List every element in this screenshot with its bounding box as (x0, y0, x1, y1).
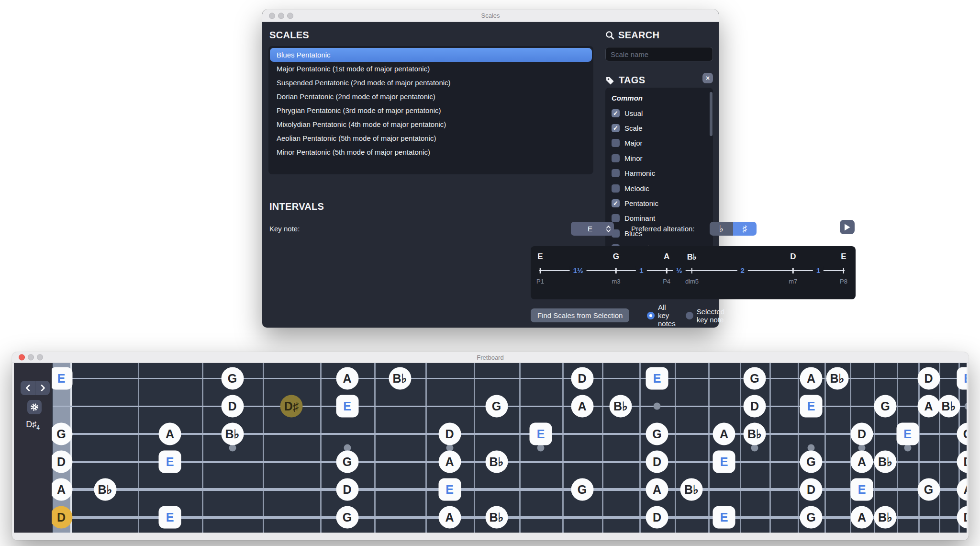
tag-checkbox[interactable] (612, 214, 620, 222)
scale-list-item[interactable]: Phrygian Pentatonic (3rd mode of major p… (270, 103, 592, 117)
zoom-button[interactable] (287, 12, 293, 19)
note-marker[interactable]: G (571, 478, 593, 501)
note-marker[interactable]: G (646, 423, 668, 445)
note-marker[interactable]: B♭ (874, 506, 897, 529)
note-marker[interactable]: A (713, 423, 735, 445)
scale-list-item[interactable]: Mixolydian Pentatonic (4th mode of major… (270, 117, 592, 131)
note-marker[interactable]: D (571, 367, 593, 390)
scale-list-item[interactable]: Aeolian Pentatonic (5th mode of major pe… (270, 131, 592, 145)
note-marker[interactable]: A (336, 367, 358, 390)
note-marker[interactable]: D (438, 423, 461, 445)
note-marker[interactable]: A (646, 478, 668, 501)
note-marker[interactable]: E (159, 451, 181, 473)
note-marker[interactable]: E (646, 367, 668, 390)
tag-checkbox[interactable] (612, 154, 620, 162)
previous-button[interactable] (21, 381, 35, 395)
note-marker[interactable]: A (800, 367, 823, 390)
note-marker[interactable]: G (800, 451, 823, 473)
note-marker[interactable]: B♭ (680, 478, 703, 501)
scale-list-item[interactable]: Blues Pentatonic (270, 48, 592, 62)
close-button[interactable] (19, 354, 25, 361)
note-marker[interactable]: D (851, 423, 873, 445)
note-marker[interactable]: D (646, 506, 668, 529)
scale-list-item[interactable]: Major Pentatonic (1st mode of major pent… (270, 62, 592, 76)
tag-checkbox[interactable]: ✓ (612, 124, 620, 132)
search-input[interactable] (605, 47, 713, 61)
note-marker[interactable]: G (336, 506, 358, 529)
note-marker[interactable]: B♭ (94, 478, 116, 501)
note-marker[interactable]: D (800, 478, 823, 501)
note-marker[interactable]: E (800, 395, 823, 418)
tag-checkbox-row[interactable]: Melodic (612, 181, 713, 195)
note-marker[interactable]: G (800, 506, 823, 529)
note-marker[interactable]: B♭ (485, 506, 508, 529)
find-scales-button[interactable]: Find Scales from Selection (531, 308, 629, 322)
note-marker[interactable]: A (851, 506, 873, 529)
note-marker[interactable]: E (896, 423, 919, 445)
tag-checkbox[interactable] (612, 169, 620, 177)
fretboard-titlebar[interactable]: Fretboard (12, 352, 969, 363)
note-marker[interactable]: G (744, 367, 766, 390)
tag-checkbox[interactable] (612, 184, 620, 193)
note-marker[interactable]: A (438, 506, 461, 529)
alteration-sharp-button[interactable]: ♯ (733, 222, 757, 236)
tag-checkbox[interactable] (612, 139, 620, 147)
note-marker[interactable]: D (917, 367, 940, 390)
note-marker[interactable]: G (336, 451, 358, 473)
note-marker[interactable]: E (957, 367, 967, 390)
note-marker[interactable]: B♭ (826, 367, 848, 390)
zoom-button[interactable] (37, 354, 43, 361)
note-marker[interactable]: B♭ (874, 451, 897, 473)
note-marker[interactable]: A (438, 451, 461, 473)
tag-checkbox-row[interactable]: ✓Pentatonic (612, 196, 713, 211)
note-marker[interactable]: B♭ (485, 451, 508, 473)
note-marker[interactable]: G (485, 395, 508, 418)
minimize-button[interactable] (278, 12, 284, 19)
key-note-dropdown[interactable]: E (571, 222, 614, 236)
scales-titlebar[interactable]: Scales (262, 10, 719, 22)
note-marker[interactable]: D (336, 478, 358, 501)
note-marker[interactable]: A (851, 451, 873, 473)
note-marker[interactable]: E (438, 478, 461, 501)
note-marker[interactable]: D♯ (280, 395, 303, 418)
note-marker[interactable]: D (744, 395, 766, 418)
note-marker[interactable]: D (646, 451, 668, 473)
next-button[interactable] (35, 381, 50, 395)
note-marker[interactable]: E (159, 506, 181, 529)
tag-checkbox[interactable]: ✓ (612, 109, 620, 117)
note-marker[interactable]: G (874, 395, 897, 418)
note-marker[interactable]: B♭ (221, 423, 244, 445)
radio-selected-key-note[interactable] (686, 312, 693, 319)
note-marker[interactable]: E (713, 451, 735, 473)
tag-checkbox-row[interactable]: ✓Scale (612, 121, 713, 136)
tag-checkbox-row[interactable]: ✓Usual (612, 105, 713, 120)
note-marker[interactable]: E (851, 478, 873, 501)
tags-clear-button[interactable]: × (702, 73, 713, 83)
note-marker[interactable]: E (530, 423, 552, 445)
close-button[interactable] (269, 12, 275, 19)
note-marker[interactable]: D (221, 395, 244, 418)
note-marker[interactable]: B♭ (389, 367, 411, 390)
note-marker[interactable]: G (221, 367, 244, 390)
tag-checkbox-row[interactable]: Major (612, 136, 713, 150)
note-marker[interactable]: E (713, 506, 735, 529)
note-marker[interactable]: E (336, 395, 358, 418)
play-button[interactable] (840, 220, 855, 234)
tag-checkbox-row[interactable]: Minor (612, 151, 713, 166)
note-marker[interactable]: A (571, 395, 593, 418)
note-marker[interactable]: B♭ (937, 395, 960, 418)
tag-checkbox-row[interactable]: Harmonic (612, 166, 713, 181)
note-marker[interactable]: E (52, 367, 73, 390)
note-marker[interactable]: B♭ (744, 423, 766, 445)
minimize-button[interactable] (28, 354, 34, 361)
tag-checkbox[interactable]: ✓ (612, 199, 620, 207)
alteration-flat-button[interactable]: ♭ (710, 222, 733, 236)
note-marker[interactable]: B♭ (610, 395, 632, 418)
scale-list-item[interactable]: Minor Pentatonic (5th mode of major pent… (270, 145, 592, 159)
note-marker[interactable]: A (917, 395, 940, 418)
scale-list-item[interactable]: Suspended Pentatonic (2nd mode of major … (270, 76, 592, 90)
tags-scrollbar[interactable] (710, 92, 713, 136)
note-marker[interactable]: G (917, 478, 940, 501)
scale-list-item[interactable]: Dorian Pentatonic (2nd mode of major pen… (270, 90, 592, 103)
settings-button[interactable] (27, 400, 42, 414)
